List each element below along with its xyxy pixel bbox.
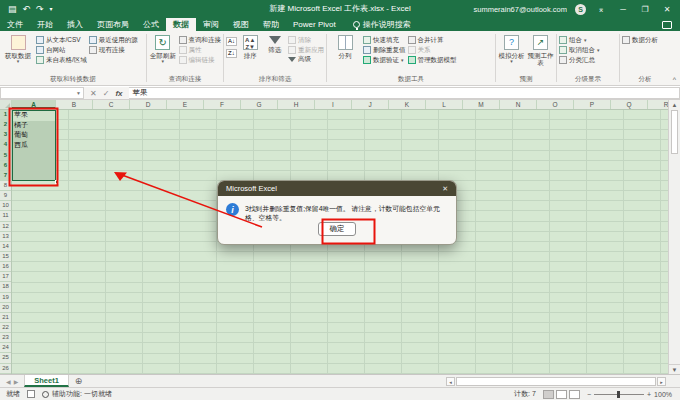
row-header-21[interactable]: 21 <box>0 313 11 323</box>
sheet-tab-sheet1[interactable]: Sheet1 <box>24 375 69 387</box>
advanced-filter-button[interactable]: 高级 <box>288 56 324 63</box>
row-header-12[interactable]: 12 <box>0 222 11 232</box>
zoom-out-icon[interactable]: − <box>587 391 591 398</box>
qat-dropdown-icon[interactable]: ▾ <box>50 6 53 12</box>
row-header-1[interactable]: 1 <box>0 110 11 120</box>
tab-insert[interactable]: 插入 <box>60 18 90 31</box>
tab-view[interactable]: 视图 <box>226 18 256 31</box>
redo-icon[interactable]: ↷ <box>36 5 44 14</box>
column-header-B[interactable]: B <box>56 100 93 109</box>
subtotal-button[interactable]: 分类汇总 <box>559 56 600 64</box>
column-header-L[interactable]: L <box>426 100 463 109</box>
row-headers[interactable]: 1234567891011121314151617181920212223242… <box>0 110 12 374</box>
get-data-button[interactable]: 获取数据▾ <box>2 34 34 65</box>
row-header-9[interactable]: 9 <box>0 191 11 201</box>
from-web-button[interactable]: 自网站 <box>36 46 87 54</box>
new-sheet-icon[interactable]: ⊕ <box>69 375 89 387</box>
avatar[interactable]: S <box>575 4 586 15</box>
select-all-corner[interactable] <box>0 100 12 109</box>
data-validation-button[interactable]: 数据验证▾ <box>363 56 406 64</box>
column-header-H[interactable]: H <box>278 100 315 109</box>
queries-connections-button[interactable]: 查询和连接 <box>179 36 222 44</box>
collapse-ribbon-icon[interactable]: ^ <box>673 76 676 83</box>
row-header-16[interactable]: 16 <box>0 262 11 272</box>
manage-data-model-button[interactable]: 管理数据模型 <box>408 56 457 64</box>
sheet-nav-right-icon[interactable]: ▶ <box>14 378 19 385</box>
text-to-columns-button[interactable]: 分列 <box>329 34 361 59</box>
enter-icon[interactable]: ✓ <box>103 89 110 98</box>
what-if-analysis-button[interactable]: ? 模拟分析▾ <box>498 34 525 65</box>
ok-button[interactable]: 确定 <box>318 222 356 236</box>
recent-sources-button[interactable]: 最近使用的源 <box>89 36 138 44</box>
scroll-left-icon[interactable]: ◂ <box>446 377 455 386</box>
sort-ascending-button[interactable]: A↓ <box>226 37 237 46</box>
column-header-J[interactable]: J <box>352 100 389 109</box>
flash-fill-button[interactable]: 快速填充 <box>363 36 406 44</box>
ribbon-display-options-icon[interactable]: ⌅ <box>594 5 608 14</box>
normal-view-icon[interactable] <box>543 390 554 399</box>
dialog-title-bar[interactable]: Microsoft Excel ✕ <box>218 181 456 196</box>
row-header-6[interactable]: 6 <box>0 161 11 171</box>
tab-data[interactable]: 数据 <box>166 18 196 31</box>
cell-A1[interactable]: 苹果 <box>12 110 56 120</box>
name-box[interactable]: ▼ <box>0 87 84 99</box>
scroll-down-icon[interactable]: ▼ <box>669 364 680 374</box>
from-text-csv-button[interactable]: 从文本/CSV <box>36 36 87 44</box>
row-header-4[interactable]: 4 <box>0 140 11 150</box>
from-table-range-button[interactable]: 来自表格/区域 <box>36 56 87 64</box>
close-button[interactable]: ✕ <box>660 5 674 14</box>
column-header-C[interactable]: C <box>93 100 130 109</box>
row-header-11[interactable]: 11 <box>0 211 11 221</box>
column-header-G[interactable]: G <box>241 100 278 109</box>
column-header-P[interactable]: P <box>574 100 611 109</box>
row-header-13[interactable]: 13 <box>0 232 11 242</box>
sheet-nav-left-icon[interactable]: ◀ <box>6 378 11 385</box>
scroll-up-icon[interactable]: ▲ <box>669 100 680 110</box>
group-button[interactable]: 组合▾ <box>559 36 600 44</box>
tab-power-pivot[interactable]: Power Pivot <box>286 18 343 31</box>
tab-formulas[interactable]: 公式 <box>136 18 166 31</box>
cell-A2[interactable]: 橘子 <box>12 120 56 130</box>
column-header-D[interactable]: D <box>130 100 167 109</box>
name-box-dropdown-icon[interactable]: ▼ <box>76 90 81 96</box>
hscroll-thumb[interactable] <box>456 377 656 386</box>
cell-A3[interactable]: 葡萄 <box>12 130 56 140</box>
column-header-M[interactable]: M <box>463 100 500 109</box>
forecast-sheet-button[interactable]: ↗ 预测工作表 <box>527 34 554 67</box>
row-header-20[interactable]: 20 <box>0 303 11 313</box>
row-header-19[interactable]: 19 <box>0 293 11 303</box>
zoom-level[interactable]: 100% <box>654 391 672 398</box>
row-header-17[interactable]: 17 <box>0 272 11 282</box>
row-header-8[interactable]: 8 <box>0 181 11 191</box>
remove-duplicates-button[interactable]: 删除重复值 <box>363 46 406 54</box>
page-break-view-icon[interactable] <box>569 390 580 399</box>
tab-review[interactable]: 审阅 <box>196 18 226 31</box>
tell-me-search[interactable]: 操作说明搜索 <box>353 18 411 31</box>
row-header-23[interactable]: 23 <box>0 333 11 343</box>
page-layout-view-icon[interactable] <box>556 390 567 399</box>
insert-function-icon[interactable]: fx <box>115 89 122 98</box>
column-header-I[interactable]: I <box>315 100 352 109</box>
row-header-24[interactable]: 24 <box>0 343 11 353</box>
sort-descending-button[interactable]: Z↓ <box>226 49 237 58</box>
filter-button[interactable]: 筛选 <box>264 34 286 53</box>
refresh-all-button[interactable]: ↻ 全部刷新▾ <box>149 34 177 65</box>
row-header-26[interactable]: 26 <box>0 364 11 374</box>
column-header-O[interactable]: O <box>537 100 574 109</box>
vertical-scrollbar[interactable]: ▲ ▼ <box>668 100 680 374</box>
comments-icon[interactable] <box>662 21 672 29</box>
undo-icon[interactable]: ↶ <box>23 5 31 14</box>
row-header-14[interactable]: 14 <box>0 242 11 252</box>
ungroup-button[interactable]: 取消组合▾ <box>559 46 600 54</box>
horizontal-scrollbar[interactable]: ◂ ▸ <box>446 375 680 387</box>
tab-page-layout[interactable]: 页面布局 <box>90 18 136 31</box>
row-header-2[interactable]: 2 <box>0 120 11 130</box>
row-header-25[interactable]: 25 <box>0 353 11 363</box>
save-icon[interactable]: ▤ <box>8 5 17 14</box>
consolidate-button[interactable]: 合并计算 <box>408 36 457 44</box>
column-header-R[interactable]: R <box>648 100 668 109</box>
tab-file[interactable]: 文件 <box>0 18 30 31</box>
tab-help[interactable]: 帮助 <box>256 18 286 31</box>
column-header-K[interactable]: K <box>389 100 426 109</box>
scroll-right-icon[interactable]: ▸ <box>657 377 666 386</box>
